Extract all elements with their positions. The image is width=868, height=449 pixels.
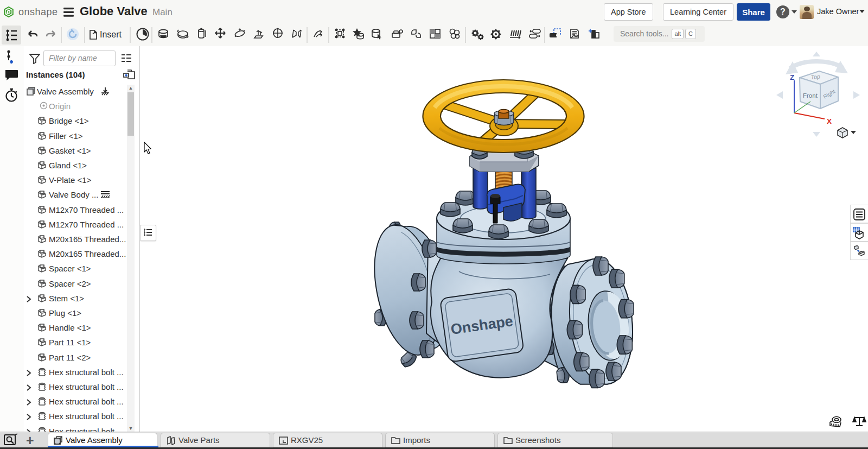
svg-text:X: X [827, 117, 832, 125]
svg-text:Top: Top [810, 73, 820, 80]
svg-text:Insert: Insert [100, 30, 122, 39]
svg-text:Front: Front [803, 92, 818, 99]
svg-text:Z: Z [790, 73, 794, 81]
